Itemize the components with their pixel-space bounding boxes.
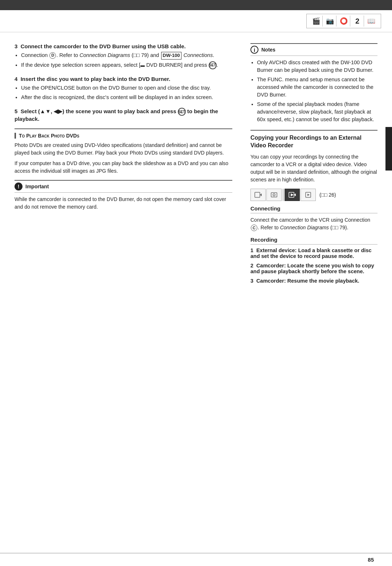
rec-step-3-header: 3 Camcorder: Resume the movie playback. [250, 278, 377, 284]
top-bar [0, 0, 392, 10]
important-header: ! Important [15, 180, 232, 193]
rec-step-3-text: Camcorder: Resume the movie playback. [256, 278, 359, 284]
divider-copying [250, 130, 377, 131]
connecting-section: Connecting Connect the camcorder to the … [250, 205, 377, 231]
notes-bullet-1: Only AVCHD discs created with the DW-100… [257, 59, 377, 74]
icon-circle: ⭕ [337, 16, 350, 26]
step-3-num: 3 [15, 43, 17, 49]
rec-step-2-header: 2 Camcorder: Locate the scene you wish t… [250, 263, 377, 274]
connecting-header: Connecting [250, 205, 377, 213]
rec-step-3: 3 Camcorder: Resume the movie playback. [250, 278, 377, 284]
icon-photo: 📷 [323, 16, 336, 26]
notes-box: i Notes Only AVCHD discs created with th… [250, 43, 377, 123]
step-3-bullet-1: Connection D. Refer to Connection Diagra… [21, 52, 232, 60]
sidebar-tab [385, 127, 392, 171]
step-3-block: 3 Connect the camcorder to the DVD Burne… [15, 43, 232, 69]
svg-marker-8 [307, 194, 310, 196]
step-3-bullets: Connection D. Refer to Connection Diagra… [21, 52, 232, 69]
step-4-bullets: Use the OPEN/CLOSE button on the DVD Bur… [21, 84, 232, 101]
rec-step-2-num: 2 [250, 263, 253, 268]
step-4-bullet-2: After the disc is recognized, the disc's… [21, 94, 232, 101]
mode-icon-memory [301, 189, 316, 201]
step-4-header: 4 Insert the disc you want to play back … [15, 76, 232, 82]
svg-rect-2 [271, 193, 277, 197]
svg-marker-6 [291, 193, 294, 196]
step-3-header: 3 Connect the camcorder to the DVD Burne… [15, 43, 232, 49]
icon-book: 📖 [365, 16, 378, 26]
rec-step-1: 1 External device: Load a blank cassette… [250, 247, 377, 259]
step-3-bullet-2: If the device type selection screen appe… [21, 61, 232, 69]
step-5-block: 5 Select (▲▼, ◀▶) the scene you want to … [15, 108, 232, 122]
mode-icon-play-highlighted [285, 189, 300, 201]
notes-icon: i [250, 46, 258, 54]
copying-section: Copying your Recordings to an External V… [250, 130, 377, 284]
copying-body: You can copy your recordings by connecti… [250, 153, 377, 184]
mode-icon-photo [266, 189, 282, 201]
step-4-num: 4 [15, 76, 17, 82]
notes-label: Notes [261, 47, 275, 53]
recording-steps: 1 External device: Load a blank cassette… [250, 247, 377, 284]
svg-point-3 [273, 194, 275, 196]
bottom-bar: 85 [0, 553, 392, 566]
recording-header: Recording [250, 237, 377, 245]
rec-step-3-num: 3 [250, 278, 253, 284]
step-4-title: Insert the disc you want to play back in… [21, 76, 171, 82]
rec-step-2: 2 Camcorder: Locate the scene you wish t… [250, 263, 377, 274]
step-5-title: Select (▲▼, ◀▶) the scene you want to pl… [15, 108, 218, 122]
icon-camera: 🎬 [310, 16, 323, 26]
step-4-block: 4 Insert the disc you want to play back … [15, 76, 232, 101]
mode-icons-row: (□□ 26) [250, 189, 377, 201]
important-text: While the camcorder is connected to the … [15, 196, 232, 211]
step-5-header: 5 Select (▲▼, ◀▶) the scene you want to … [15, 108, 232, 122]
step-3-title: Connect the camcorder to the DVD Burner … [21, 43, 186, 49]
notes-bullet-3: Some of the special playback modes (fram… [257, 101, 377, 123]
right-column: i Notes Only AVCHD discs created with th… [243, 43, 377, 287]
rec-step-1-num: 1 [250, 247, 253, 253]
recording-section: Recording 1 External device: Load a blan… [250, 237, 377, 284]
step-4-bullet-1: Use the OPEN/CLOSE button on the DVD Bur… [21, 84, 232, 92]
notes-bullet-2: The FUNC. menu and setup menus cannot be… [257, 76, 377, 99]
notes-bullets: Only AVCHD discs created with the DW-100… [257, 59, 377, 123]
rec-step-2-text: Camcorder: Locate the scene you wish to … [250, 263, 374, 274]
mode-icon-movie [250, 189, 266, 201]
icon-2: 2 [351, 16, 364, 26]
important-box: ! Important While the camcorder is conne… [15, 180, 232, 211]
left-column: 3 Connect the camcorder to the DVD Burne… [15, 43, 243, 287]
connecting-text: Connect the camcorder to the VCR using C… [250, 216, 377, 231]
divider-photo-dvd [15, 128, 232, 129]
photo-dvd-text2: If your computer has a DVD drive, you ca… [15, 160, 232, 175]
important-icon: ! [15, 182, 23, 190]
rec-step-1-text: External device: Load a blank cassette o… [250, 247, 372, 259]
notes-header: i Notes [250, 43, 377, 56]
to-play-back-header: To Play Back Photo DVDs [15, 133, 232, 139]
icon-strip: 🎬 📷 ⭕ 2 📖 [0, 10, 392, 32]
svg-rect-0 [255, 192, 260, 197]
mode-page-ref: (□□ 26) [319, 192, 336, 198]
copying-title: Copying your Recordings to an External V… [250, 134, 377, 149]
important-label: Important [25, 184, 49, 189]
mode-sep [283, 189, 283, 201]
page-number: 85 [368, 557, 374, 563]
step-5-num: 5 [15, 108, 17, 114]
photo-dvd-text1: Photo DVDs are created using DVD-Video s… [15, 142, 232, 157]
rec-step-1-header: 1 External device: Load a blank cassette… [250, 247, 377, 259]
